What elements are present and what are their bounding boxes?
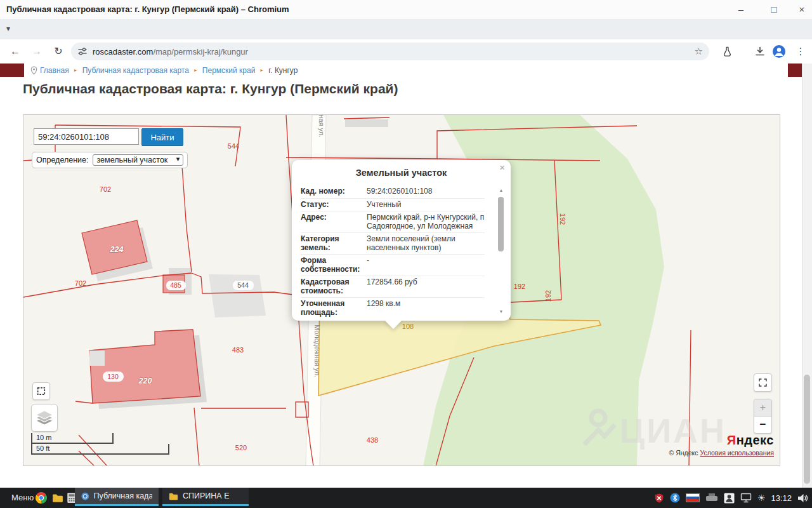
taskbar-window-label: СПИРИНА Е [183, 491, 230, 500]
taskbar-window-chromium[interactable]: Публичная кадас... [75, 488, 159, 506]
selected-parcel-label: 108 [402, 323, 414, 330]
files-folder-icon[interactable] [52, 492, 63, 504]
security-shield-icon[interactable] [654, 493, 664, 504]
table-row: Форма собственности:- [301, 255, 485, 276]
breadcrumb-home-link[interactable]: Главная [40, 66, 69, 75]
breadcrumb-separator-icon: ► [74, 68, 78, 72]
building-badge: 485 [166, 281, 186, 290]
minimize-button[interactable]: – [735, 3, 747, 16]
tab-strip: ▾ Добавление объекта × (1) Мои задачи × … [0, 19, 812, 39]
parcel-label: 192 [544, 290, 552, 302]
cadastral-search-input[interactable] [34, 128, 139, 145]
volume-speaker-icon[interactable] [797, 493, 808, 503]
table-row: Категория земель:Земли поселений (земли … [301, 233, 485, 255]
site-header-band: Главная ► Публичная кадастровая карта ► … [0, 64, 802, 77]
map-container: ЦИАН 544 702 224 702 485 544 483 130 220… [23, 114, 780, 466]
building-footprint [345, 119, 388, 127]
search-button[interactable]: Найти [141, 128, 183, 146]
breadcrumb-separator-icon: ► [259, 68, 264, 72]
popup-scrollbar[interactable]: ▲ ▼ [497, 188, 505, 314]
definition-select[interactable]: земельный участок ▾ [93, 154, 184, 166]
scrollbar-thumb[interactable] [498, 197, 504, 251]
parcel-label: 192 [559, 213, 566, 225]
map-scale: 10 m 50 ft [31, 433, 169, 455]
scroll-up-icon[interactable]: ▲ [497, 188, 505, 192]
definition-label: Определение: [36, 156, 89, 164]
terms-link[interactable]: Условия использования [700, 449, 774, 457]
page-scrollbar-thumb[interactable] [804, 375, 810, 484]
window-title: Публичная кадастровая карта: г. Кунгур (… [6, 4, 289, 14]
brightness-sun-icon[interactable]: ☀ [757, 493, 766, 503]
maximize-button[interactable]: □ [768, 3, 780, 16]
chrome-launcher-icon[interactable] [36, 492, 47, 504]
building-label: 485 [170, 281, 181, 289]
parcel-label: 483 [232, 346, 244, 354]
parcel-label: 520 [235, 444, 247, 451]
breadcrumb: Главная ► Публичная кадастровая карта ► … [24, 64, 788, 77]
reload-icon[interactable]: ↻ [51, 44, 66, 58]
breadcrumb-current: г. Кунгур [268, 66, 298, 75]
fullscreen-button[interactable] [754, 373, 772, 392]
street-label: Молодежная ул. [318, 115, 325, 137]
measure-tool-button[interactable] [32, 382, 50, 400]
bookmark-star-icon[interactable]: ☆ [695, 46, 703, 57]
taskbar-menu-button[interactable]: Меню [11, 493, 34, 502]
desktop: Публичная кадастровая карта: г. Кунгур (… [0, 0, 812, 508]
table-row: Кадастровая стоимость:172854.66 руб [301, 276, 485, 298]
window-titlebar: Публичная кадастровая карта: г. Кунгур (… [0, 0, 812, 20]
browser-toolbar: ← → ↻ roscadaster.com/map/permskij-kraj/… [0, 39, 812, 64]
keyboard-layout-flag-icon[interactable] [686, 493, 700, 502]
site-settings-icon[interactable] [77, 46, 88, 57]
breadcrumb-map-link[interactable]: Публичная кадастровая карта [82, 66, 189, 75]
back-icon[interactable]: ← [8, 44, 23, 58]
building-label: 544 [237, 281, 249, 289]
building-label: 220 [138, 377, 152, 385]
url-text[interactable]: roscadaster.com/map/permskij-kraj/kungur [93, 47, 695, 57]
building-badge: 130 [103, 371, 124, 382]
chromium-icon [81, 491, 89, 501]
taskbar: Меню Публичная кадас... СПИРИНА Е [0, 488, 812, 508]
close-button[interactable]: × [796, 3, 808, 16]
taskbar-window-folder[interactable]: СПИРИНА Е [162, 488, 249, 506]
zoom-out-button[interactable]: − [754, 417, 771, 433]
table-row: Статус:Учтенный [301, 199, 485, 212]
parcel-info-popup: Земельный участок × Кад. номер:59:24:026… [292, 160, 511, 321]
layers-icon [35, 409, 54, 427]
address-bar[interactable]: roscadaster.com/map/permskij-kraj/kungur… [71, 43, 709, 60]
user-session-icon[interactable] [724, 493, 735, 504]
scale-imperial: 50 ft [31, 444, 169, 455]
display-network-icon[interactable] [740, 493, 752, 503]
browser-menu-icon[interactable]: ⋮ [793, 44, 808, 58]
url-domain: roscadaster.com [93, 47, 153, 57]
parcel-label: 702 [75, 279, 86, 287]
printer-icon[interactable] [705, 493, 718, 502]
definition-value: земельный участок [97, 156, 168, 164]
forward-icon[interactable]: → [29, 44, 44, 58]
downloads-icon[interactable] [752, 44, 768, 58]
page-title: Публичная кадастровая карта: г. Кунгур (… [23, 81, 398, 97]
table-row: Адрес:Пермский край, р-н Кунгурский, п С… [301, 211, 485, 233]
taskbar-window-label: Публичная кадас... [94, 491, 152, 500]
breadcrumb-region-link[interactable]: Пермский край [202, 66, 256, 75]
parcel-attribut-table: Кад. номер:59:24:0260101:108 Статус:Учте… [301, 185, 485, 317]
breadcrumb-separator-icon: ► [193, 68, 198, 72]
measure-icon [36, 386, 46, 396]
bluetooth-icon[interactable] [670, 493, 680, 503]
scale-metric: 10 m [31, 433, 114, 444]
profile-avatar[interactable] [771, 44, 787, 58]
tab-search-chevron-icon[interactable]: ▾ [6, 24, 10, 33]
building-label: 224 [110, 245, 124, 254]
scroll-down-icon[interactable]: ▼ [497, 309, 505, 314]
system-tray: ☀ 13:12 [654, 488, 808, 508]
popup-title: Земельный участок [292, 168, 511, 178]
copyright-text: © Яндекс [669, 449, 698, 457]
popup-close-icon[interactable]: × [499, 162, 505, 173]
zoom-in-button[interactable]: + [754, 399, 771, 417]
table-row: Кад. номер:59:24:0260101:108 [301, 185, 485, 199]
url-path: /map/permskij-kraj/kungur [153, 47, 248, 57]
clock[interactable]: 13:12 [771, 493, 792, 503]
watermark-text: ЦИАН [620, 411, 726, 450]
experiments-flask-icon[interactable] [719, 44, 735, 58]
layers-button[interactable] [31, 404, 58, 432]
yandex-logo: Яндекс [727, 433, 774, 448]
